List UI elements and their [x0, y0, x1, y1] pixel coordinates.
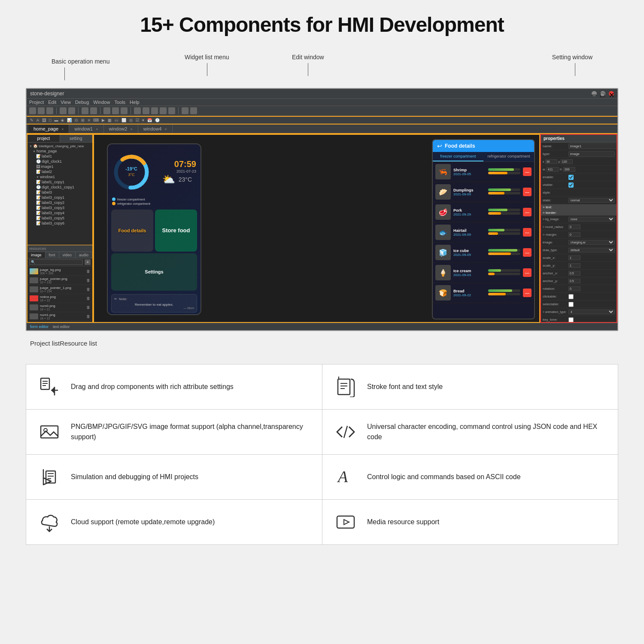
tool-align-left[interactable]	[134, 107, 141, 114]
tree-label1[interactable]: 📝label1	[27, 154, 92, 159]
back-btn[interactable]: ↩	[437, 143, 442, 149]
scale-y-input[interactable]	[568, 263, 580, 268]
image-select[interactable]: charging.ar	[568, 240, 615, 245]
tree-label3-copy3[interactable]: 📝label3_copy3	[27, 205, 92, 210]
tree-label3-copy2[interactable]: 📝label3_copy2	[27, 200, 92, 205]
tree-digit-clock1[interactable]: 🕐digit_clock1	[27, 159, 92, 164]
widget-slider[interactable]: ◈	[60, 118, 65, 123]
tool-new[interactable]	[29, 107, 36, 114]
keytone-checkbox[interactable]	[568, 317, 574, 322]
tool-zoom-in[interactable]	[103, 107, 110, 114]
rotation-input[interactable]	[568, 286, 580, 291]
tree-label3-copy4[interactable]: 📝label3_copy4	[27, 210, 92, 216]
widget-gauge[interactable]: ⊙	[74, 118, 79, 123]
tab-window2[interactable]: window2 ×	[104, 125, 138, 133]
selectable-checkbox[interactable]	[568, 302, 574, 307]
add-resource-btn[interactable]: +	[85, 259, 91, 265]
enable-checkbox[interactable]	[568, 175, 574, 180]
food-delete-btn[interactable]: —	[523, 188, 532, 196]
bottom-tab-text[interactable]: text editor	[53, 325, 70, 329]
maximize-btn[interactable]: □	[600, 91, 605, 96]
widget-progress[interactable]: ▬	[53, 118, 59, 123]
delete-resource-btn[interactable]: 🗑	[86, 278, 90, 283]
food-delete-btn[interactable]: —	[523, 228, 532, 237]
draw-type-select[interactable]: default	[568, 248, 615, 252]
widget-clock[interactable]: 🕐	[154, 118, 161, 123]
tree-window1[interactable]: ▼window1	[27, 174, 92, 179]
menu-edit[interactable]: Edit	[48, 100, 56, 105]
tree-home-page[interactable]: ▼ home_page	[27, 149, 92, 154]
menu-debug[interactable]: Debug	[75, 100, 89, 105]
menu-tools[interactable]: Tools	[114, 100, 125, 105]
tool-save[interactable]	[46, 107, 53, 114]
tab-window1[interactable]: window1 ×	[69, 125, 103, 133]
widget-label[interactable]: A	[36, 118, 40, 123]
close-btn[interactable]: ✕	[609, 91, 614, 96]
tree-label2[interactable]: 📝label2	[27, 169, 92, 174]
panel-tab-setting[interactable]: setting	[60, 135, 93, 142]
anchor-y-input[interactable]	[568, 279, 580, 283]
tool-open[interactable]	[38, 107, 45, 114]
widget-calendar[interactable]: 📅	[146, 118, 153, 123]
tool-align-top[interactable]	[160, 107, 167, 114]
round-radius-input[interactable]	[568, 225, 580, 229]
res-tab-audio[interactable]: audio	[76, 252, 92, 258]
tool-zoom-out[interactable]	[112, 107, 119, 114]
minimize-btn[interactable]: ─	[592, 91, 597, 96]
tool-undo[interactable]	[60, 107, 67, 114]
panel-tab-project[interactable]: project	[27, 135, 60, 142]
tool-settings[interactable]	[190, 107, 197, 114]
widget-image[interactable]: 🖼	[41, 118, 47, 123]
w-input[interactable]	[547, 167, 559, 172]
y-input[interactable]	[561, 159, 573, 164]
menu-help[interactable]: Help	[130, 100, 140, 105]
anchor-x-input[interactable]	[568, 271, 580, 276]
freezer-tab[interactable]: freezer compartment	[433, 152, 483, 161]
margin-input[interactable]	[568, 232, 580, 237]
delete-resource-btn[interactable]: 🗑	[86, 305, 90, 310]
tab-window4[interactable]: window4 ×	[138, 125, 173, 133]
widget-radio[interactable]: ◎	[128, 118, 134, 123]
widget-keyboard[interactable]: ⌨	[92, 118, 100, 123]
delete-resource-btn[interactable]: 🗑	[86, 269, 90, 273]
fridge-tab[interactable]: refrigerator compartment	[483, 152, 534, 161]
tree-digit-copy1[interactable]: 🕐digit_clock1_copy1	[27, 185, 92, 190]
tool-align-right[interactable]	[151, 107, 158, 114]
tool-fit[interactable]	[121, 107, 128, 114]
tree-label3-copy6[interactable]: 📝label3_copy6	[27, 221, 92, 226]
prop-name-input[interactable]	[568, 143, 617, 149]
widget-video[interactable]: ▶	[101, 118, 106, 123]
tool-align-center[interactable]	[143, 107, 149, 114]
food-delete-btn[interactable]: —	[523, 268, 532, 277]
bg-image-select[interactable]: none	[568, 217, 615, 222]
widget-table[interactable]: ⊞	[80, 118, 85, 123]
delete-resource-btn[interactable]: 🗑	[86, 296, 90, 301]
tab-home-page[interactable]: home_page ×	[28, 125, 69, 133]
tool-play[interactable]	[82, 107, 88, 114]
clickable-checkbox[interactable]	[568, 294, 574, 299]
res-tab-image[interactable]: image	[27, 252, 46, 258]
res-tab-video[interactable]: video	[59, 252, 76, 258]
tree-image1[interactable]: 🖼image1	[27, 164, 92, 169]
tree-label3[interactable]: 📝label3	[27, 190, 92, 195]
visible-checkbox[interactable]	[568, 182, 574, 188]
scale-x-input[interactable]	[568, 255, 580, 260]
menu-view[interactable]: View	[61, 100, 71, 105]
resource-search[interactable]	[29, 259, 83, 265]
tool-align-bottom[interactable]	[168, 107, 175, 114]
widget-dropdown[interactable]: ▾	[141, 118, 145, 123]
widget-button[interactable]: □	[48, 118, 52, 123]
widget-switch[interactable]: ⬜	[121, 118, 127, 123]
widget-qr[interactable]: ▦	[107, 118, 112, 123]
menu-project[interactable]: Project	[29, 100, 44, 105]
widget-checkbox[interactable]: ☑	[135, 118, 140, 123]
food-delete-btn[interactable]: —	[523, 248, 532, 257]
food-details-btn[interactable]: Food details	[111, 210, 153, 252]
widget-chart[interactable]: 📊	[66, 118, 73, 123]
food-delete-btn[interactable]: —	[523, 167, 532, 176]
widget-btn[interactable]: ✎	[29, 118, 34, 123]
state-select[interactable]: normal	[568, 198, 615, 203]
widget-input[interactable]: ▭	[114, 118, 119, 123]
tool-build[interactable]	[182, 107, 188, 114]
delete-resource-btn[interactable]: 🗑	[86, 287, 90, 292]
